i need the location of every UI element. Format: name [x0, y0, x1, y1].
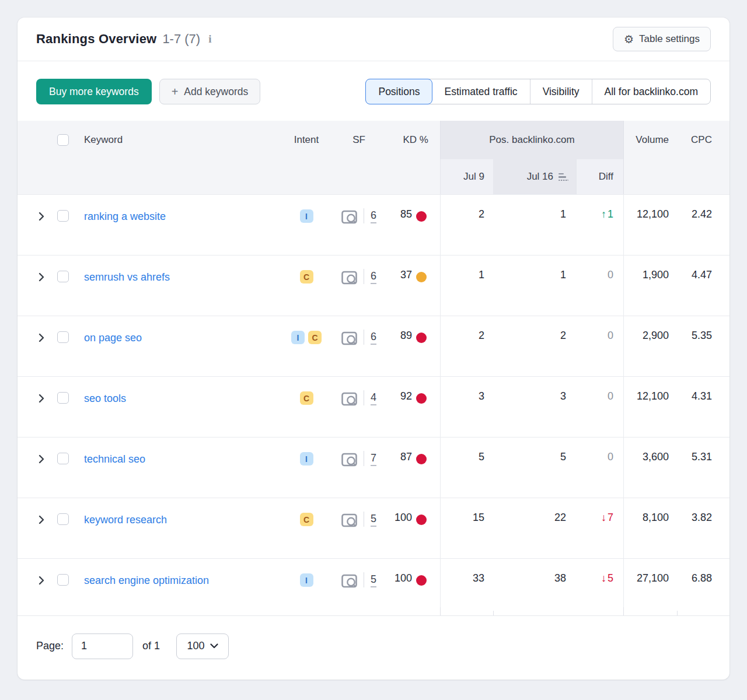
row-checkbox[interactable]	[57, 513, 69, 525]
table-row: on page seo IC 6 89 2 2 0	[18, 316, 729, 376]
table-row: seo tools C 4 92 3 3 0	[18, 376, 729, 437]
diff-arrow-up-icon: ↑	[601, 208, 606, 220]
cpc-value: 4.31	[677, 377, 729, 437]
intent-badge-informational: I	[300, 573, 313, 587]
select-all-checkbox[interactable]	[57, 134, 69, 146]
expand-chevron-icon[interactable]	[39, 512, 48, 528]
card-header: Rankings Overview 1-7 (7) i ⚙ Table sett…	[18, 18, 729, 61]
rankings-overview-card: Rankings Overview 1-7 (7) i ⚙ Table sett…	[18, 18, 729, 680]
col-sf[interactable]: SF	[336, 121, 382, 159]
position-jul9: 5	[440, 438, 493, 498]
keyword-link[interactable]: semrush vs ahrefs	[84, 269, 170, 285]
keyword-link[interactable]: seo tools	[84, 390, 126, 407]
per-page-value: 100	[187, 640, 205, 652]
keyword-link[interactable]: on page seo	[84, 330, 142, 346]
sf-count-link[interactable]: 6	[371, 269, 376, 284]
volume-value: 12,100	[623, 195, 677, 255]
table-row: technical seo I 7 87 5 5 0	[18, 437, 729, 498]
kd-value: 89	[400, 330, 412, 342]
col-date-jul9[interactable]: Jul 9	[440, 159, 493, 194]
kd-difficulty-dot	[416, 575, 427, 586]
kd-difficulty-dot	[416, 454, 427, 464]
cpc-value: 6.88	[677, 559, 729, 607]
add-keywords-button[interactable]: + Add keywords	[159, 79, 261, 104]
table-header: Keyword Intent SF KD % Pos. backlinko.co…	[18, 121, 729, 194]
intent-badge-informational: I	[300, 209, 313, 223]
serp-features-icon[interactable]	[341, 513, 357, 530]
row-checkbox[interactable]	[57, 210, 69, 222]
page-label: Page:	[36, 640, 64, 652]
position-jul9: 33	[440, 559, 493, 607]
expand-chevron-icon[interactable]	[39, 269, 48, 285]
diff-arrow-down-icon: ↓	[601, 572, 606, 584]
keyword-link[interactable]: keyword research	[84, 512, 167, 528]
results-range: 1-7 (7)	[162, 32, 200, 47]
col-kd[interactable]: KD %	[382, 121, 440, 159]
serp-features-icon[interactable]	[341, 574, 357, 591]
keyword-link[interactable]: technical seo	[84, 451, 145, 467]
info-icon[interactable]: i	[208, 33, 211, 46]
keyword-link[interactable]: search engine optimization	[84, 572, 209, 589]
per-page-select[interactable]: 100	[176, 634, 229, 659]
header-keyword-cell: Keyword	[18, 121, 277, 159]
col-intent[interactable]: Intent	[277, 121, 336, 159]
plus-icon: +	[172, 86, 179, 97]
volume-value: 1,900	[623, 256, 677, 316]
intent-badges: I	[277, 195, 336, 255]
serp-features-icon[interactable]	[341, 331, 357, 348]
table-row: ranking a website I 6 85 2 1	[18, 194, 729, 255]
row-checkbox[interactable]	[57, 271, 69, 282]
add-keywords-label: Add keywords	[184, 86, 248, 98]
kd-value: 100	[395, 512, 412, 524]
expand-chevron-icon[interactable]	[39, 451, 48, 467]
expand-chevron-icon[interactable]	[39, 390, 48, 407]
cpc-value: 4.47	[677, 256, 729, 316]
table-row: keyword research C 5 100 15 22	[18, 498, 729, 558]
divider	[364, 330, 364, 345]
col-keyword[interactable]: Keyword	[84, 134, 123, 146]
row-checkbox[interactable]	[57, 392, 69, 404]
intent-badges: C	[277, 498, 336, 558]
row-checkbox[interactable]	[57, 453, 69, 464]
position-diff: ↑1	[576, 195, 623, 255]
position-jul9: 2	[440, 195, 493, 255]
serp-features-icon[interactable]	[341, 210, 357, 227]
volume-value: 3,600	[623, 438, 677, 498]
tab-all-for-backlinko-com[interactable]: All for backlinko.com	[592, 79, 710, 104]
tab-estimated-traffic[interactable]: Estimated traffic	[432, 79, 530, 104]
intent-badge-informational: I	[300, 452, 313, 466]
position-diff: 0	[576, 316, 623, 376]
divider	[364, 269, 364, 284]
col-diff[interactable]: Diff	[576, 159, 623, 194]
page-input[interactable]	[72, 634, 133, 659]
col-cpc[interactable]: CPC	[677, 121, 729, 159]
expand-chevron-icon[interactable]	[39, 572, 48, 589]
expand-chevron-icon[interactable]	[39, 330, 48, 346]
intent-badge-commercial: C	[308, 331, 322, 344]
tab-visibility[interactable]: Visibility	[530, 79, 592, 104]
row-checkbox[interactable]	[57, 574, 69, 586]
table-row: search engine optimization I 5 100 33	[18, 558, 729, 607]
sf-count-link[interactable]: 6	[371, 208, 376, 223]
diff-arrow-down-icon: ↓	[601, 512, 606, 523]
keyword-link[interactable]: ranking a website	[84, 208, 166, 225]
row-checkbox[interactable]	[57, 331, 69, 343]
table-settings-button[interactable]: ⚙ Table settings	[613, 27, 711, 51]
serp-features-icon[interactable]	[341, 392, 357, 409]
sf-count-link[interactable]: 5	[371, 512, 376, 527]
tab-positions[interactable]: Positions	[365, 79, 432, 104]
serp-features-icon[interactable]	[341, 271, 357, 288]
intent-badges: I	[277, 559, 336, 607]
col-date-jul16[interactable]: Jul 16	[493, 159, 576, 194]
page-title: Rankings Overview	[36, 32, 156, 47]
sf-count-link[interactable]: 4	[371, 390, 376, 405]
sf-count-link[interactable]: 6	[371, 330, 376, 345]
col-volume[interactable]: Volume	[623, 121, 677, 159]
sf-count-link[interactable]: 7	[371, 451, 376, 466]
buy-more-keywords-button[interactable]: Buy more keywords	[36, 79, 152, 104]
divider	[364, 390, 364, 405]
serp-features-icon[interactable]	[341, 453, 357, 470]
expand-chevron-icon[interactable]	[39, 208, 48, 225]
cpc-value: 2.42	[677, 195, 729, 255]
sf-count-link[interactable]: 5	[371, 572, 376, 587]
